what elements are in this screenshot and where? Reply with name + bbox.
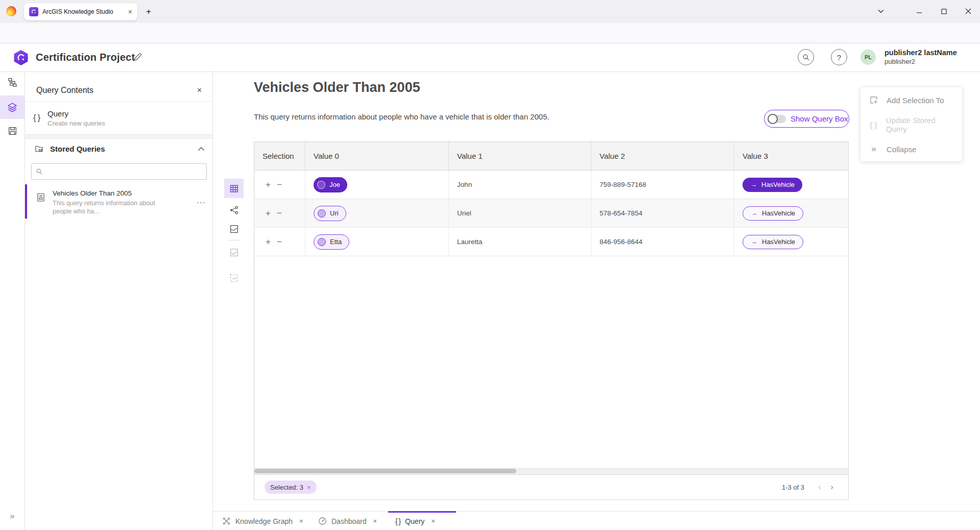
tab-close-icon[interactable]: × <box>431 517 435 525</box>
section-divider <box>25 134 212 139</box>
column-header-selection[interactable]: Selection <box>254 142 305 170</box>
entity-pill[interactable]: Etta <box>314 234 349 250</box>
cell-value1[interactable]: John <box>449 171 591 199</box>
stored-queries-folder-icon <box>34 144 44 153</box>
rail-project-tree-icon[interactable] <box>0 70 25 93</box>
table-row[interactable]: + − Etta Lauretta 846-956-8644 →HasVehic… <box>254 228 848 256</box>
arrow-right-icon: → <box>751 238 757 246</box>
panel-close-icon[interactable]: × <box>197 86 202 95</box>
table-empty-area <box>254 256 848 468</box>
column-header-value3[interactable]: Value 3 <box>734 142 848 170</box>
selected-count-label: Selected: 3 <box>270 484 303 491</box>
view-map-button[interactable] <box>224 219 244 238</box>
chip-close-icon[interactable]: × <box>307 484 311 491</box>
browser-tab[interactable]: ArcGIS Knowledge Studio × <box>24 3 137 20</box>
cell-value2[interactable]: 846-956-8644 <box>591 228 734 256</box>
window-close-button[interactable] <box>961 5 976 17</box>
browser-tab-title: ArcGIS Knowledge Studio <box>42 8 119 15</box>
page-title: Vehicles Older Than 2005 <box>254 80 420 95</box>
selected-count-chip[interactable]: Selected: 3 × <box>265 480 317 494</box>
entity-dot-icon <box>318 209 326 218</box>
tab-close-icon[interactable]: × <box>128 8 132 15</box>
row-add-button[interactable]: + <box>262 237 274 247</box>
more-options-icon[interactable]: ··· <box>197 198 206 206</box>
list-tabs-icon[interactable] <box>873 5 889 17</box>
tab-dashboard[interactable]: Dashboard × <box>313 512 382 530</box>
table-row[interactable]: + − Uri Uriel 578-654-7854 →HasVehicle <box>254 199 848 228</box>
cell-value2[interactable]: 578-654-7854 <box>591 199 734 227</box>
window-minimize-button[interactable] <box>912 5 927 17</box>
menu-item-update-stored-query[interactable]: { } Update Stored Query <box>861 112 962 137</box>
column-header-value2[interactable]: Value 2 <box>591 142 734 170</box>
window-maximize-button[interactable] <box>936 5 951 17</box>
rail-expand-button[interactable]: » <box>0 509 25 524</box>
stored-queries-search[interactable] <box>31 163 207 180</box>
tab-label: Knowledge Graph <box>235 517 293 525</box>
selection-context-menu: Add Selection To { } Update Stored Query… <box>861 87 962 161</box>
cell-value1[interactable]: Lauretta <box>449 228 591 256</box>
chevron-up-icon[interactable] <box>198 147 205 151</box>
screen: ArcGIS Knowledge Studio × + <box>0 0 980 530</box>
column-header-value1[interactable]: Value 1 <box>449 142 591 170</box>
view-table-button[interactable] <box>224 179 244 198</box>
help-button[interactable]: ? <box>831 49 847 65</box>
edit-pencil-icon[interactable] <box>133 52 142 62</box>
header-search-button[interactable] <box>798 49 814 65</box>
search-icon <box>36 168 43 175</box>
rail-save-icon[interactable] <box>0 119 25 142</box>
page-previous-button[interactable]: ‹ <box>814 482 826 492</box>
page-description: This query returns information about peo… <box>254 112 549 121</box>
menu-item-add-selection-to[interactable]: Add Selection To <box>861 88 962 112</box>
query-create-item[interactable]: { } Query Create new queries <box>25 102 213 134</box>
view-map-selection-button[interactable] <box>224 243 244 262</box>
stored-query-item[interactable]: Vehicles Older Than 2005 This query retu… <box>25 184 213 219</box>
relationship-pill[interactable]: →HasVehicle <box>743 235 803 249</box>
scrollbar-thumb[interactable] <box>254 469 516 473</box>
column-header-value0[interactable]: Value 0 <box>305 142 449 170</box>
user-avatar[interactable]: PL <box>861 50 876 65</box>
tab-query[interactable]: { } Query × <box>390 512 440 530</box>
arcgis-favicon-icon <box>29 7 38 16</box>
menu-item-label: Update Stored Query <box>886 116 954 133</box>
cell-value2[interactable]: 759-889-57168 <box>591 171 734 199</box>
selected-indicator <box>25 184 27 219</box>
menu-item-collapse[interactable]: » Collapse <box>861 137 962 161</box>
relationship-pill[interactable]: →HasVehicle <box>743 178 802 192</box>
user-name[interactable]: publisher2 lastName <box>885 49 957 57</box>
tab-knowledge-graph[interactable]: Knowledge Graph × <box>217 512 308 530</box>
table-header-row: Selection Value 0 Value 1 Value 2 Value … <box>254 142 848 171</box>
dashboard-gauge-icon <box>318 517 327 525</box>
toggle-track[interactable] <box>769 115 786 123</box>
rail-layers-icon[interactable] <box>0 95 25 119</box>
stored-queries-header[interactable]: Stored Queries <box>25 139 213 158</box>
braces-icon: { } <box>869 121 878 129</box>
new-tab-button[interactable]: + <box>142 5 155 18</box>
cell-value1[interactable]: Uriel <box>449 199 591 227</box>
row-remove-button[interactable]: − <box>274 237 285 247</box>
row-add-button[interactable]: + <box>262 180 274 190</box>
entity-pill[interactable]: Uri <box>314 206 346 221</box>
row-remove-button[interactable]: − <box>274 208 285 219</box>
tab-close-icon[interactable]: × <box>373 517 377 525</box>
user-username: publisher2 <box>885 58 915 65</box>
show-query-box-toggle[interactable]: Show Query Box <box>764 110 849 128</box>
view-select-area-button[interactable] <box>224 268 244 287</box>
tab-label: Dashboard <box>331 517 367 525</box>
row-add-button[interactable]: + <box>262 208 274 219</box>
tab-close-icon[interactable]: × <box>299 517 303 525</box>
entity-dot-icon <box>318 238 326 246</box>
toggle-knob[interactable] <box>768 114 778 124</box>
panel-header: Query Contents × <box>25 79 213 102</box>
row-remove-button[interactable]: − <box>274 180 285 190</box>
horizontal-scrollbar[interactable] <box>254 468 848 474</box>
query-item-title: Query <box>47 109 105 118</box>
menu-item-label: Collapse <box>887 145 916 154</box>
search-input[interactable] <box>47 168 202 176</box>
table-row[interactable]: + − Joe John 759-889-57168 →HasVehicle <box>254 171 848 199</box>
query-item-subtitle: Create new queries <box>47 119 105 127</box>
entity-pill[interactable]: Joe <box>314 177 347 192</box>
relationship-pill[interactable]: →HasVehicle <box>743 206 803 221</box>
page-next-button[interactable]: › <box>826 482 838 492</box>
view-link-chart-button[interactable] <box>224 200 244 220</box>
firefox-logo-icon[interactable] <box>6 6 16 16</box>
